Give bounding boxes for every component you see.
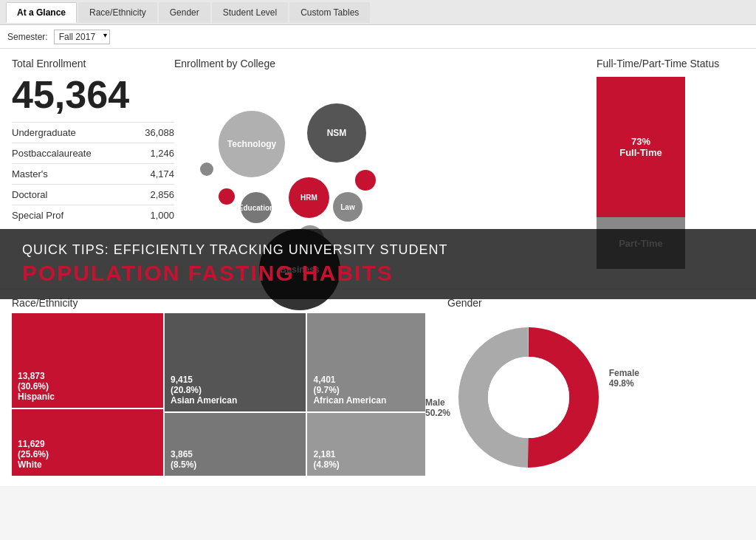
asian-label: Asian American bbox=[171, 395, 300, 406]
enrollment-rows: Undergraduate36,088Postbaccalaureate1,24… bbox=[12, 122, 174, 225]
enrollment-by-college-title: Enrollment by College bbox=[174, 58, 597, 69]
tab-student-level[interactable]: Student Level bbox=[212, 2, 288, 23]
fulltime-title: Full-Time/Part-Time Status bbox=[597, 58, 744, 69]
total-enrollment-title: Total Enrollment bbox=[12, 58, 174, 69]
other2-count: 2,181 bbox=[313, 449, 419, 459]
asian-pct: (20.8%) bbox=[171, 385, 300, 395]
gender-donut-svg bbox=[447, 316, 610, 479]
white-label: White bbox=[18, 459, 157, 470]
hispanic-label: Hispanic bbox=[18, 392, 157, 402]
tab-custom-tables[interactable]: Custom Tables bbox=[289, 2, 370, 23]
gender-section: Gender Male 50.2% Female 49.8% bbox=[425, 297, 744, 479]
enrollment-row: Doctoral2,856 bbox=[12, 184, 174, 205]
semester-row: Semester: Fall 2017 bbox=[0, 25, 756, 49]
semester-label: Semester: bbox=[7, 32, 48, 42]
semester-select[interactable]: Fall 2017 bbox=[54, 30, 110, 44]
other2-pct: (4.8%) bbox=[313, 459, 419, 470]
bubble-law: Law bbox=[333, 192, 362, 222]
african-label: African American bbox=[313, 395, 419, 406]
african-count: 4,401 bbox=[313, 375, 419, 385]
bubble- bbox=[200, 163, 213, 176]
bubble- bbox=[355, 170, 376, 191]
bubble-nsm: NSM bbox=[307, 103, 366, 163]
tab-race-ethnicity[interactable]: Race/Ethnicity bbox=[78, 2, 157, 23]
other1-pct: (8.5%) bbox=[171, 459, 300, 470]
semester-select-wrapper[interactable]: Fall 2017 bbox=[54, 30, 110, 44]
white-count: 11,629 bbox=[18, 439, 157, 449]
race-right-top: 9,415 (20.8%) Asian American 4,401 (9.7%… bbox=[165, 313, 425, 411]
race-other1-block: 3,865 (8.5%) bbox=[165, 413, 306, 476]
white-pct: (25.6%) bbox=[18, 449, 157, 459]
race-asian-block: 9,415 (20.8%) Asian American bbox=[165, 313, 306, 411]
male-label: Male 50.2% bbox=[425, 397, 450, 418]
race-white-block: 11,629 (25.6%) White bbox=[12, 409, 163, 476]
race-other2-block: 2,181 (4.8%) bbox=[307, 413, 425, 476]
bottom-row: Race/Ethnicity 13,873 (30.6%) Hispanic 1… bbox=[0, 290, 756, 486]
hispanic-count: 13,873 bbox=[18, 371, 157, 381]
race-right-col: 9,415 (20.8%) Asian American 4,401 (9.7%… bbox=[165, 313, 425, 476]
enrollment-row: Master's4,174 bbox=[12, 163, 174, 184]
tab-bar: At a Glance Race/Ethnicity Gender Studen… bbox=[0, 0, 756, 25]
tab-at-a-glance[interactable]: At a Glance bbox=[6, 2, 77, 23]
overlay: QUICK TIPS: EFFICIENTLY TRACKING UNIVERS… bbox=[0, 229, 756, 299]
total-enrollment-number: 45,364 bbox=[12, 74, 174, 116]
other1-count: 3,865 bbox=[171, 449, 300, 459]
bubble-technology: Technology bbox=[219, 111, 285, 177]
enrollment-row: Undergraduate36,088 bbox=[12, 122, 174, 143]
svg-point-2 bbox=[488, 357, 569, 438]
race-hispanic-block: 13,873 (30.6%) Hispanic bbox=[12, 313, 163, 408]
tab-gender[interactable]: Gender bbox=[159, 2, 210, 23]
race-ethnicity-section: Race/Ethnicity 13,873 (30.6%) Hispanic 1… bbox=[12, 297, 425, 479]
asian-count: 9,415 bbox=[171, 375, 300, 385]
african-pct: (9.7%) bbox=[313, 385, 419, 395]
race-left-col: 13,873 (30.6%) Hispanic 11,629 (25.6%) W… bbox=[12, 313, 163, 476]
overlay-title: POPULATION FASTING HABITS bbox=[22, 261, 734, 286]
race-right-bottom: 3,865 (8.5%) 2,181 (4.8%) bbox=[165, 413, 425, 476]
race-treemap: 13,873 (30.6%) Hispanic 11,629 (25.6%) W… bbox=[12, 313, 425, 476]
bubble- bbox=[219, 188, 235, 205]
bubble-hrm: HRM bbox=[289, 177, 329, 218]
enrollment-row: Special Prof1,000 bbox=[12, 205, 174, 225]
overlay-subtitle: QUICK TIPS: EFFICIENTLY TRACKING UNIVERS… bbox=[22, 242, 734, 258]
fulltime-bar: 73%Full-Time bbox=[597, 77, 685, 217]
gender-donut: Male 50.2% Female 49.8% bbox=[447, 316, 610, 479]
hispanic-pct: (30.6%) bbox=[18, 381, 157, 392]
bubble-education: Education bbox=[241, 192, 272, 223]
race-african-block: 4,401 (9.7%) African American bbox=[307, 313, 425, 411]
enrollment-row: Postbaccalaureate1,246 bbox=[12, 143, 174, 163]
female-label: Female 49.8% bbox=[609, 368, 639, 389]
